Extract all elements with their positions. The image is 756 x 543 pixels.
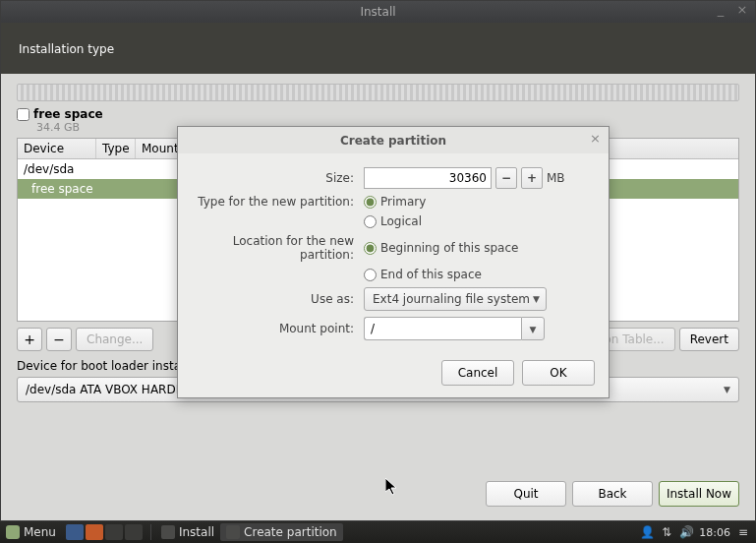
chevron-down-icon: ▼: [530, 325, 537, 334]
chevron-down-icon: ▼: [724, 385, 730, 394]
mint-logo-icon: [6, 525, 20, 539]
create-partition-dialog: Create partition × Size: − + MB Type for…: [177, 126, 610, 398]
location-end-radio[interactable]: [364, 269, 377, 281]
col-device[interactable]: Device: [18, 139, 96, 158]
use-as-select[interactable]: Ext4 journaling file system ▼: [364, 287, 547, 311]
mount-point-label: Mount point:: [192, 322, 364, 335]
col-type[interactable]: Type: [96, 139, 136, 158]
quicklaunch-terminal[interactable]: [105, 524, 123, 540]
titlebar: Install _ ×: [1, 1, 755, 23]
size-increment-button[interactable]: +: [521, 167, 543, 189]
size-input[interactable]: [364, 167, 492, 189]
dialog-close-button[interactable]: ×: [590, 131, 601, 146]
dialog-title: Create partition ×: [178, 127, 609, 153]
back-button[interactable]: Back: [572, 481, 653, 507]
tray-icon[interactable]: ≡: [736, 525, 750, 539]
use-as-label: Use as:: [192, 292, 364, 306]
page-header: Installation type: [1, 23, 755, 74]
ok-button[interactable]: OK: [522, 360, 595, 386]
cancel-button[interactable]: Cancel: [441, 360, 514, 386]
taskbar-task[interactable]: Create partition: [220, 523, 343, 541]
remove-partition-button[interactable]: −: [46, 328, 72, 351]
menu-button[interactable]: Menu: [0, 525, 62, 539]
quicklaunch-show-desktop[interactable]: [66, 524, 84, 540]
device-summary: free space: [17, 105, 739, 121]
close-button[interactable]: ×: [733, 3, 751, 19]
add-partition-button[interactable]: +: [17, 328, 42, 351]
device-checkbox[interactable]: [17, 108, 29, 121]
volume-icon[interactable]: 🔊: [679, 525, 693, 539]
quit-button[interactable]: Quit: [486, 481, 566, 507]
location-beginning-radio[interactable]: [364, 242, 377, 255]
app-icon: [226, 525, 240, 539]
size-decrement-button[interactable]: −: [495, 167, 517, 189]
size-label: Size:: [192, 171, 364, 185]
network-icon[interactable]: ⇅: [660, 525, 673, 539]
type-primary-radio[interactable]: [364, 196, 377, 209]
type-logical-radio[interactable]: [364, 215, 377, 228]
minimize-button[interactable]: _: [712, 3, 729, 19]
mount-point-input[interactable]: [364, 317, 521, 340]
user-icon[interactable]: 👤: [640, 525, 654, 539]
window-title: Install: [360, 5, 395, 19]
taskbar-task[interactable]: Install: [155, 523, 220, 541]
install-now-button[interactable]: Install Now: [659, 481, 739, 507]
location-label: Location for the new partition:: [192, 234, 364, 262]
taskbar: Menu Install Create partition 👤 ⇅ 🔊 18:0…: [0, 521, 756, 543]
quicklaunch-firefox[interactable]: [86, 524, 103, 540]
chevron-down-icon: ▼: [533, 294, 540, 304]
device-name: free space: [33, 107, 103, 121]
app-icon: [161, 525, 175, 539]
clock[interactable]: 18:06: [699, 526, 730, 539]
quicklaunch-files[interactable]: [125, 524, 143, 540]
mount-point-dropdown[interactable]: ▼: [521, 317, 545, 340]
partition-bar[interactable]: [17, 84, 739, 101]
type-label: Type for the new partition:: [192, 195, 364, 209]
change-button[interactable]: Change...: [76, 328, 153, 351]
revert-button[interactable]: Revert: [679, 328, 739, 351]
page-title: Installation type: [19, 42, 114, 56]
size-unit: MB: [547, 171, 565, 185]
